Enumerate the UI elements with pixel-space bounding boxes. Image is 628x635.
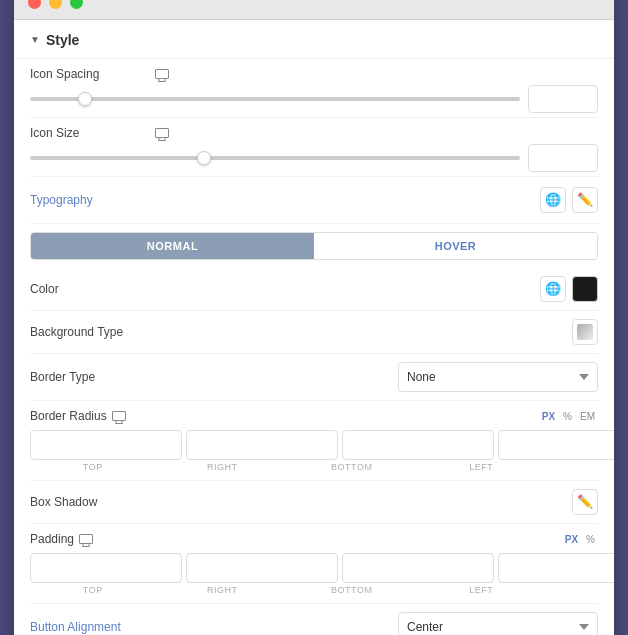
padding-units: PX % xyxy=(562,532,598,547)
label-top: TOP xyxy=(30,462,156,472)
tabs-row: NORMAL HOVER xyxy=(30,232,598,260)
icon-spacing-row: Icon Spacing 10 xyxy=(30,59,598,118)
background-type-button[interactable] xyxy=(572,319,598,345)
close-button[interactable] xyxy=(28,0,41,9)
monitor-icon-spacing xyxy=(155,69,169,79)
icon-size-value[interactable]: 35 xyxy=(528,144,598,172)
border-radius-bottom[interactable] xyxy=(342,430,494,460)
maximize-button[interactable] xyxy=(70,0,83,9)
monitor-icon-radius xyxy=(112,411,126,421)
border-type-row: Border Type None Solid Dashed Dotted Dou… xyxy=(30,354,598,401)
border-radius-section: Border Radius PX % EM 🔗 xyxy=(30,401,598,481)
label-right: RIGHT xyxy=(160,462,286,472)
tab-normal[interactable]: NORMAL xyxy=(31,233,314,259)
padding-unit-percent[interactable]: % xyxy=(583,532,598,547)
typography-label: Typography xyxy=(30,193,93,207)
panel: Icon Spacing 10 Icon Size 35 xyxy=(14,59,614,636)
padding-label-container: Padding xyxy=(30,532,93,546)
padding-inputs: 🔗 xyxy=(30,553,598,583)
padding-header: Padding PX % xyxy=(30,532,598,547)
label-bottom: BOTTOM xyxy=(289,462,415,472)
icon-size-row: Icon Size 35 xyxy=(30,118,598,177)
typography-icons: 🌐 ✏️ xyxy=(540,187,598,213)
label-left: LEFT xyxy=(419,462,545,472)
color-controls: 🌐 xyxy=(540,276,598,302)
unit-px[interactable]: PX xyxy=(539,409,558,424)
padding-label: Padding xyxy=(30,532,74,546)
chevron-icon: ▼ xyxy=(30,34,40,45)
padding-label-top: TOP xyxy=(30,585,156,595)
icon-spacing-value[interactable]: 10 xyxy=(528,85,598,113)
icon-size-label-row: Icon Size xyxy=(30,126,598,140)
padding-bottom[interactable] xyxy=(342,553,494,583)
padding-unit-px[interactable]: PX xyxy=(562,532,581,547)
padding-label-right: RIGHT xyxy=(160,585,286,595)
color-swatch[interactable] xyxy=(572,276,598,302)
border-type-label: Border Type xyxy=(30,370,95,384)
border-radius-left[interactable] xyxy=(498,430,614,460)
typography-row: Typography 🌐 ✏️ xyxy=(30,177,598,224)
title-bar xyxy=(14,0,614,20)
border-radius-units: PX % EM xyxy=(539,409,598,424)
icon-spacing-slider-container: 10 xyxy=(30,85,598,113)
color-globe-button[interactable]: 🌐 xyxy=(540,276,566,302)
border-radius-label: Border Radius xyxy=(30,409,107,423)
tab-hover[interactable]: HOVER xyxy=(314,233,597,259)
content-area: ▼ Style Icon Spacing 10 Icon Size xyxy=(14,20,614,636)
icon-spacing-label: Icon Spacing xyxy=(30,67,150,81)
icon-spacing-label-row: Icon Spacing xyxy=(30,67,598,81)
box-shadow-row: Box Shadow ✏️ xyxy=(30,481,598,524)
background-type-label: Background Type xyxy=(30,325,123,339)
minimize-button[interactable] xyxy=(49,0,62,9)
padding-input-labels: TOP RIGHT BOTTOM LEFT xyxy=(30,585,598,595)
color-label: Color xyxy=(30,282,59,296)
monitor-icon-size xyxy=(155,128,169,138)
section-header: ▼ Style xyxy=(14,20,614,59)
padding-top[interactable] xyxy=(30,553,182,583)
color-row: Color 🌐 xyxy=(30,268,598,311)
section-title: Style xyxy=(46,32,79,48)
main-window: ▼ Style Icon Spacing 10 Icon Size xyxy=(14,0,614,635)
button-alignment-row: Button Alignment Left Center Right xyxy=(30,604,598,636)
padding-label-bottom: BOTTOM xyxy=(289,585,415,595)
button-alignment-label: Button Alignment xyxy=(30,620,121,634)
border-radius-top[interactable] xyxy=(30,430,182,460)
edit-button[interactable]: ✏️ xyxy=(572,187,598,213)
globe-button[interactable]: 🌐 xyxy=(540,187,566,213)
unit-percent[interactable]: % xyxy=(560,409,575,424)
border-radius-right[interactable] xyxy=(186,430,338,460)
background-type-row: Background Type xyxy=(30,311,598,354)
unit-em[interactable]: EM xyxy=(577,409,598,424)
icon-size-label: Icon Size xyxy=(30,126,150,140)
border-radius-input-labels: TOP RIGHT BOTTOM LEFT xyxy=(30,462,598,472)
padding-label-left: LEFT xyxy=(419,585,545,595)
padding-right[interactable] xyxy=(186,553,338,583)
padding-left[interactable] xyxy=(498,553,614,583)
padding-label-link xyxy=(548,585,598,595)
border-radius-header: Border Radius PX % EM xyxy=(30,409,598,424)
label-link xyxy=(548,462,598,472)
gradient-icon xyxy=(577,324,593,340)
box-shadow-label: Box Shadow xyxy=(30,495,97,509)
border-type-select[interactable]: None Solid Dashed Dotted Double xyxy=(398,362,598,392)
icon-size-slider[interactable] xyxy=(30,156,520,160)
box-shadow-edit-button[interactable]: ✏️ xyxy=(572,489,598,515)
padding-section: Padding PX % 🔗 TOP xyxy=(30,524,598,604)
button-alignment-select[interactable]: Left Center Right xyxy=(398,612,598,636)
border-radius-inputs: 🔗 xyxy=(30,430,598,460)
icon-size-slider-container: 35 xyxy=(30,144,598,172)
monitor-icon-padding xyxy=(79,534,93,544)
icon-spacing-slider[interactable] xyxy=(30,97,520,101)
